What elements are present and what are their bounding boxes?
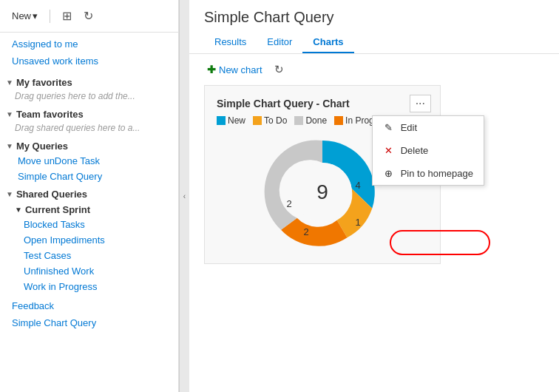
delete-label: Delete	[401, 145, 429, 156]
delete-icon: ✕	[383, 145, 395, 156]
delete-menu-item[interactable]: ✕ Delete	[373, 139, 484, 162]
assigned-to-me-link[interactable]: Assigned to me	[0, 36, 178, 53]
shared-queries-label: Shared Queries	[16, 189, 87, 200]
team-favorites-header[interactable]: ▼ Team favorites	[0, 104, 178, 121]
chart-area: Simple Chart Query - Chart New To Do Don…	[189, 85, 559, 279]
legend-label-done: Done	[305, 115, 327, 126]
team-favorites-note: Drag shared queries here to a...	[0, 121, 178, 136]
my-queries-label: My Queries	[16, 141, 68, 152]
shared-queries-arrow: ▼	[6, 190, 13, 198]
main-content: Simple Chart Query Results Editor Charts…	[189, 0, 559, 392]
segment-label-inprogress: 2	[303, 226, 308, 237]
edit-menu-item[interactable]: ✎ Edit	[373, 116, 484, 139]
new-label: New	[12, 10, 31, 21]
chart-card: Simple Chart Query - Chart New To Do Don…	[204, 85, 441, 264]
current-sprint-arrow: ▼	[15, 206, 22, 214]
plus-icon: ✚	[207, 64, 216, 75]
chart-center-value: 9	[316, 180, 328, 204]
legend-item-done: Done	[294, 115, 327, 126]
edit-label: Edit	[401, 122, 417, 133]
chart-context-menu: ✎ Edit ✕ Delete ⊕ Pin to homepage	[372, 115, 484, 186]
current-sprint-header[interactable]: ▼ Current Sprint	[0, 201, 178, 217]
sidebar: New ▾ ⊞ ↻ Assigned to me Unsaved work it…	[0, 0, 179, 392]
sprint-item-0[interactable]: Blocked Tasks	[0, 217, 178, 232]
chart-card-title: Simple Chart Query - Chart	[217, 98, 428, 109]
dropdown-arrow: ▾	[33, 10, 38, 21]
my-favorites-arrow: ▼	[6, 78, 13, 87]
page-title: Simple Chart Query	[204, 9, 544, 26]
tabs: Results Editor Charts	[204, 32, 544, 53]
current-sprint-label: Current Sprint	[25, 204, 90, 215]
my-queries-arrow: ▼	[6, 142, 13, 150]
refresh-charts-button[interactable]: ↻	[271, 61, 287, 78]
sprint-item-2[interactable]: Test Cases	[0, 248, 178, 263]
legend-color-inprogress	[334, 116, 343, 125]
segment-label-new: 4	[355, 180, 360, 191]
shared-queries-header[interactable]: ▼ Shared Queries	[0, 184, 178, 201]
unsaved-work-items-link[interactable]: Unsaved work items	[0, 53, 178, 70]
collapse-icon: ‹	[183, 192, 186, 200]
team-favorites-arrow: ▼	[6, 110, 13, 118]
legend-label-todo: To Do	[264, 115, 287, 126]
sidebar-collapse-toggle[interactable]: ‹	[179, 0, 189, 392]
chart-toolbar: ✚ New chart ↻	[189, 54, 559, 85]
feedback-link[interactable]: Feedback	[0, 297, 178, 314]
pin-label: Pin to homepage	[401, 168, 473, 179]
legend-color-done	[294, 116, 303, 125]
tab-editor[interactable]: Editor	[257, 32, 302, 53]
legend-item-todo: To Do	[253, 115, 287, 126]
chart-context-menu-button[interactable]: ···	[410, 95, 431, 112]
legend-item-new: New	[217, 115, 245, 126]
my-queries-item-0[interactable]: Move unDone Task	[0, 153, 178, 169]
sidebar-toolbar: New ▾ ⊞ ↻	[0, 0, 178, 33]
team-favorites-label: Team favorites	[16, 109, 84, 120]
my-queries-header[interactable]: ▼ My Queries	[0, 136, 178, 153]
toolbar-divider	[50, 10, 50, 23]
new-button[interactable]: New ▾	[9, 9, 41, 23]
segment-label-todo: 1	[355, 217, 360, 228]
tab-charts[interactable]: Charts	[302, 32, 353, 53]
pin-menu-item[interactable]: ⊕ Pin to homepage	[373, 162, 484, 185]
simple-chart-query-link-bottom[interactable]: Simple Chart Query	[0, 314, 178, 331]
new-chart-button[interactable]: ✚ New chart	[204, 62, 265, 77]
new-chart-label: New chart	[219, 64, 262, 75]
edit-icon: ✎	[383, 122, 395, 133]
tab-results[interactable]: Results	[204, 32, 257, 53]
sprint-item-1[interactable]: Open Impediments	[0, 232, 178, 248]
legend-label-new: New	[228, 115, 245, 126]
segment-label-done: 2	[286, 198, 291, 209]
main-header: Simple Chart Query Results Editor Charts	[189, 0, 559, 54]
my-favorites-label: My favorites	[16, 77, 72, 88]
refresh-sidebar-btn[interactable]: ↻	[81, 7, 96, 24]
legend-color-new	[217, 116, 226, 125]
pin-annotation	[390, 230, 490, 255]
sprint-item-4[interactable]: Work in Progress	[0, 279, 178, 294]
sprint-item-3[interactable]: Unfinished Work	[0, 263, 178, 279]
my-favorites-header[interactable]: ▼ My favorites	[0, 72, 178, 89]
my-queries-item-1[interactable]: Simple Chart Query	[0, 169, 178, 184]
pin-icon-btn[interactable]: ⊞	[59, 7, 75, 24]
my-favorites-note: Drag queries here to add the...	[0, 89, 178, 104]
legend-color-todo	[253, 116, 262, 125]
pin-icon: ⊕	[383, 168, 395, 179]
